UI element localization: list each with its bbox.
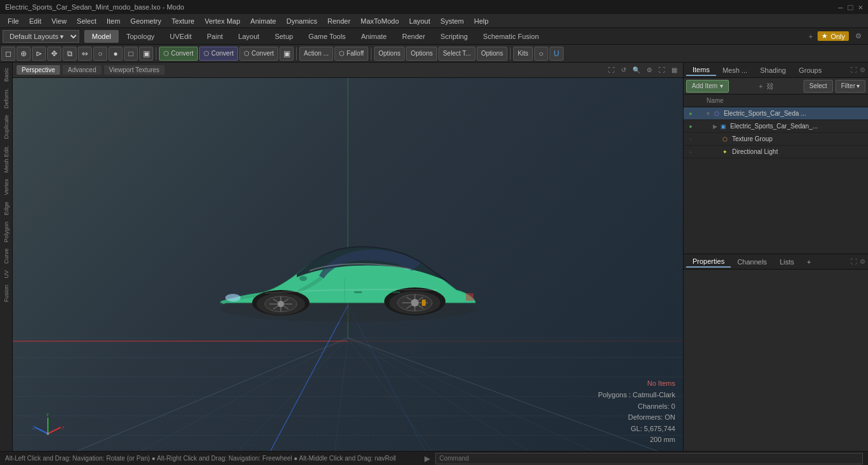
layout-tab-setup[interactable]: Setup (267, 30, 301, 43)
left-tab-mesh-edit[interactable]: Mesh Edit. (2, 143, 11, 176)
visibility-icon[interactable]: ● (686, 148, 695, 156)
visibility-icon[interactable]: ● (686, 109, 695, 118)
convert-btn-2[interactable]: ⬡ Convert (199, 47, 238, 61)
left-tab-basic[interactable]: Basic (2, 65, 11, 84)
panel-tab-items[interactable]: Items (686, 65, 716, 76)
close-icon[interactable]: × (858, 3, 863, 12)
layout-tab-animate[interactable]: Animate (354, 30, 394, 43)
move-btn[interactable]: ✥ (47, 47, 61, 61)
menu-help[interactable]: Help (469, 16, 494, 26)
sphere-btn[interactable]: ● (108, 47, 123, 61)
item-row[interactable]: ● ▼ ⬡ Electric_Sports_Car_Seda ... (684, 107, 868, 120)
viewport-tab-advanced[interactable]: Advanced (63, 65, 101, 75)
layout-tab-schematic-fusion[interactable]: Schematic Fusion (475, 30, 546, 43)
layout-tab-layout[interactable]: Layout (230, 30, 267, 43)
menu-vertex-map[interactable]: Vertex Map (200, 16, 246, 26)
panel-tab-mesh[interactable]: Mesh ... (716, 65, 754, 75)
settings-icon[interactable]: ⚙ (851, 32, 865, 40)
layout-tab-model[interactable]: Model (84, 30, 119, 43)
menu-geometry[interactable]: Geometry (125, 16, 166, 26)
options-btn-2[interactable]: Options (406, 47, 437, 61)
settings-icon[interactable]: ⚙ (645, 66, 654, 74)
item-row[interactable]: ● ⬡ Texture Group (684, 133, 868, 146)
circle-btn[interactable]: ○ (93, 47, 107, 61)
menu-maxtomode[interactable]: MaxToModo (355, 16, 404, 26)
left-tab-edge[interactable]: Edge (2, 199, 11, 218)
circle-icon-btn[interactable]: ○ (534, 47, 548, 61)
prop-settings-icon[interactable]: ⚙ (860, 258, 865, 265)
menu-select[interactable]: Select (71, 16, 101, 26)
menu-texture[interactable]: Texture (167, 16, 200, 26)
fit-all-icon[interactable]: ⛶ (606, 66, 617, 74)
visibility-icon[interactable]: ● (686, 122, 695, 131)
maximize-view-icon[interactable]: ⛶ (657, 66, 667, 74)
panel-tab-groups[interactable]: Groups (792, 65, 828, 75)
unreal-icon-btn[interactable]: U (550, 47, 564, 61)
left-tab-deform[interactable]: Deform. (2, 86, 11, 111)
left-tab-polygon[interactable]: Polygon (2, 219, 11, 245)
options-btn-1[interactable]: Options (374, 47, 405, 61)
viewport-canvas[interactable]: No Items Polygons : Catmull-Clark Channe… (13, 78, 683, 451)
menu-system[interactable]: System (435, 16, 469, 26)
layout-plus-icon[interactable]: + (806, 33, 815, 40)
left-tab-curve[interactable]: Curve (2, 246, 11, 266)
menu-dynamics[interactable]: Dynamics (281, 16, 322, 26)
layout-tab-game-tools[interactable]: Game Tools (301, 30, 354, 43)
select-none-btn[interactable]: ◻ (1, 47, 15, 61)
zoom-icon[interactable]: 🔍 (631, 66, 642, 74)
filter-btn[interactable]: Filter ▾ (835, 80, 865, 93)
panel-tab-plus[interactable]: + (800, 257, 817, 267)
action-btn[interactable]: Action ... (299, 47, 333, 61)
menu-view[interactable]: View (47, 16, 72, 26)
convert-btn-1[interactable]: ⬡ Convert (159, 47, 198, 61)
panel-tab-shading[interactable]: Shading (754, 65, 792, 75)
menu-animate[interactable]: Animate (245, 16, 281, 26)
flip-btn[interactable]: ⇔ (78, 47, 92, 61)
panel-tab-properties[interactable]: Properties (686, 256, 731, 268)
viewport-tab-textures[interactable]: Viewport Textures (104, 65, 165, 75)
left-tab-uv[interactable]: UV (2, 268, 11, 281)
layout-tab-uvedit[interactable]: UVEdit (162, 30, 199, 43)
item-row[interactable]: ● ▶ ▣ Electric_Sports_Car_Sedan_... (684, 120, 868, 133)
left-tab-vertex[interactable]: Vertex (2, 176, 11, 198)
box-btn[interactable]: □ (124, 47, 138, 61)
left-tab-fusion[interactable]: Fusion (2, 282, 11, 305)
viewport-tab-perspective[interactable]: Perspective (17, 65, 60, 75)
menu-edit[interactable]: Edit (24, 16, 47, 26)
add-item-btn[interactable]: Add Item ▾ (686, 80, 729, 93)
item-link-icon[interactable]: ⛓ (767, 82, 774, 90)
menu-layout[interactable]: Layout (404, 16, 435, 26)
cursor-btn[interactable]: ⊳ (32, 47, 46, 61)
menu-file[interactable]: File (3, 16, 24, 26)
panel-settings-icon[interactable]: ⚙ (860, 66, 865, 73)
panel-tab-lists[interactable]: Lists (774, 257, 801, 267)
visibility-icon[interactable]: ● (686, 135, 695, 144)
menu-item[interactable]: Item (101, 16, 125, 26)
layout-selector[interactable]: Default Layouts ▾ (3, 30, 79, 43)
item-add-icon[interactable]: + (759, 82, 763, 90)
item-row[interactable]: ● ✦ Directional Light (684, 146, 868, 158)
left-tab-duplicate[interactable]: Duplicate (2, 112, 11, 142)
options-btn-3[interactable]: Options (477, 47, 507, 61)
prop-expand-icon[interactable]: ⛶ (851, 258, 857, 265)
wireframe-btn[interactable]: ⊕ (17, 47, 31, 61)
layout-tab-paint[interactable]: Paint (199, 30, 230, 43)
kits-btn[interactable]: Kits (513, 47, 533, 61)
select-btn[interactable]: Select (804, 80, 833, 93)
cylinder-btn[interactable]: ▣ (139, 47, 153, 61)
expand-icon[interactable]: ▶ (713, 123, 717, 130)
layout-icon[interactable]: ▦ (670, 66, 679, 74)
layout-tab-render[interactable]: Render (394, 30, 433, 43)
command-input[interactable] (435, 453, 864, 464)
rotate-icon[interactable]: ↺ (619, 66, 628, 74)
menu-render[interactable]: Render (322, 16, 355, 26)
falloff-btn[interactable]: ⬡ Falloff (334, 47, 368, 61)
expand-icon[interactable]: ▼ (705, 111, 711, 117)
convert-btn-3[interactable]: ⬡ Convert (239, 47, 278, 61)
layout-tab-topology[interactable]: Topology (119, 30, 162, 43)
select-t-btn[interactable]: Select T... (438, 47, 475, 61)
panel-expand-icon[interactable]: ⛶ (851, 66, 857, 73)
minimize-icon[interactable]: – (838, 3, 842, 12)
layout-tab-scripting[interactable]: Scripting (433, 30, 475, 43)
mode-icon-btn[interactable]: ▣ (280, 47, 294, 61)
